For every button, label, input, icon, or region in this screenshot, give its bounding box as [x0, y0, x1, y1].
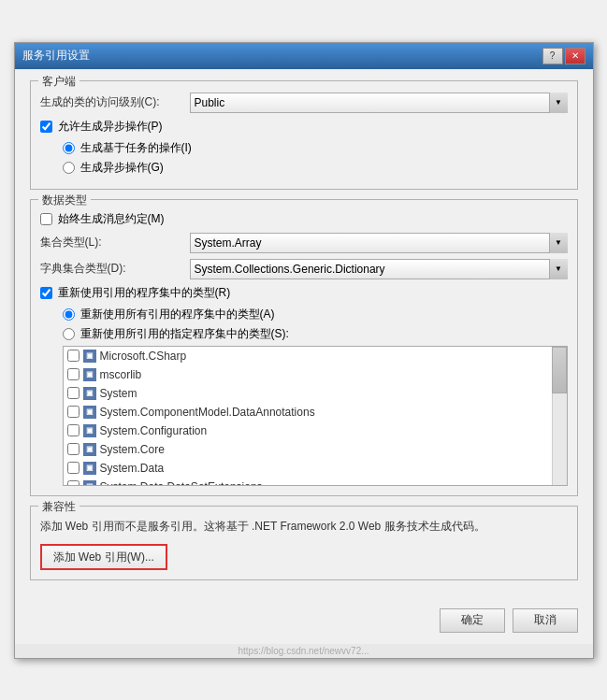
always-generate-row: 始终生成消息约定(M) — [40, 211, 568, 227]
reuse-all-label[interactable]: 重新使用所有引用的程序集中的类型(A) — [80, 307, 275, 322]
allow-async-checkbox[interactable] — [40, 121, 52, 133]
assembly-checkbox[interactable] — [67, 368, 79, 380]
watermark: https://blog.csdn.net/newvv72... — [15, 644, 593, 658]
dialog-window: 服务引用设置 ? ✕ 客户端 生成的类的访问级别(C): Public Inte… — [14, 42, 594, 659]
assembly-name: System — [100, 387, 137, 400]
list-item: ▣ System.Configuration — [64, 421, 567, 440]
ok-button[interactable]: 确定 — [440, 608, 505, 633]
list-item: ▣ System.Core — [64, 440, 567, 459]
dict-collection-select-wrapper: System.Collections.Generic.Dictionary ▼ — [190, 259, 568, 279]
cancel-button[interactable]: 取消 — [513, 608, 578, 633]
assembly-checkbox[interactable] — [67, 350, 79, 362]
reuse-checkbox[interactable] — [40, 287, 52, 299]
assembly-icon: ▣ — [83, 480, 96, 486]
dict-collection-label: 字典集合类型(D): — [40, 261, 190, 277]
dict-collection-row: 字典集合类型(D): System.Collections.Generic.Di… — [40, 259, 568, 279]
always-generate-checkbox[interactable] — [40, 213, 52, 225]
assembly-checkbox[interactable] — [67, 443, 79, 455]
data-types-content: 始终生成消息约定(M) 集合类型(L): System.Array System… — [40, 211, 568, 486]
data-types-section: 数据类型 始终生成消息约定(M) 集合类型(L): System.Array S… — [30, 199, 578, 496]
reuse-all-row: 重新使用所有引用的程序集中的类型(A) — [63, 307, 568, 322]
reuse-specified-row: 重新使用所引用的指定程序集中的类型(S): — [63, 326, 568, 342]
access-level-row: 生成的类的访问级别(C): Public Internal ▼ — [40, 93, 568, 113]
compat-text: 添加 Web 引用而不是服务引用。这将基于 .NET Framework 2.0… — [40, 518, 568, 535]
compat-content: 添加 Web 引用而不是服务引用。这将基于 .NET Framework 2.0… — [40, 518, 568, 570]
assembly-name: System.Core — [100, 443, 165, 456]
assembly-name: System.Data.DataSetExtensions — [100, 480, 263, 486]
gen-task-label[interactable]: 生成基于任务的操作(I) — [80, 140, 192, 156]
reuse-row: 重新使用引用的程序集中的类型(R) — [40, 285, 568, 301]
access-level-select-wrapper: Public Internal ▼ — [190, 93, 568, 113]
assembly-name: System.Configuration — [100, 424, 208, 437]
reuse-label[interactable]: 重新使用引用的程序集中的类型(R) — [58, 285, 231, 301]
list-item: ▣ System.Data — [64, 459, 567, 478]
allow-async-label[interactable]: 允许生成异步操作(P) — [58, 119, 163, 135]
assembly-checkbox[interactable] — [67, 480, 79, 486]
collection-type-select[interactable]: System.Array System.Collections.Generic.… — [190, 233, 568, 253]
assembly-checkbox[interactable] — [67, 387, 79, 399]
list-item: ▣ System.ComponentModel.DataAnnotations — [64, 403, 567, 421]
always-generate-label[interactable]: 始终生成消息约定(M) — [58, 211, 165, 227]
gen-task-row: 生成基于任务的操作(I) — [63, 140, 568, 156]
assembly-name: System.Data — [100, 462, 165, 475]
assembly-name: Microsoft.CSharp — [100, 350, 187, 363]
list-item: ▣ System — [64, 384, 567, 403]
add-web-button[interactable]: 添加 Web 引用(W)... — [40, 544, 167, 570]
scrollbar-thumb[interactable] — [552, 347, 567, 393]
list-item: ▣ mscorlib — [64, 365, 567, 384]
gen-async-label[interactable]: 生成异步操作(G) — [80, 160, 164, 176]
reuse-specified-radio[interactable] — [63, 328, 75, 340]
assembly-checkbox[interactable] — [67, 424, 79, 436]
data-types-section-title: 数据类型 — [38, 193, 91, 208]
assembly-name: System.ComponentModel.DataAnnotations — [100, 406, 315, 419]
bottom-buttons: 确定 取消 — [15, 601, 593, 644]
assembly-icon: ▣ — [83, 406, 96, 419]
assembly-icon: ▣ — [83, 368, 96, 381]
assembly-name: mscorlib — [100, 368, 142, 381]
gen-async-radio[interactable] — [63, 162, 75, 174]
dialog-title: 服务引用设置 — [22, 48, 90, 64]
compat-section-title: 兼容性 — [38, 499, 79, 515]
titlebar-controls: ? ✕ — [542, 48, 585, 64]
assembly-checkbox[interactable] — [67, 406, 79, 418]
client-section-title: 客户端 — [38, 74, 79, 90]
access-level-select[interactable]: Public Internal — [190, 93, 568, 113]
close-button[interactable]: ✕ — [565, 48, 585, 64]
help-button[interactable]: ? — [542, 48, 563, 64]
compat-section: 兼容性 添加 Web 引用而不是服务引用。这将基于 .NET Framework… — [30, 506, 578, 580]
assembly-checkbox[interactable] — [67, 462, 79, 474]
dialog-body: 客户端 生成的类的访问级别(C): Public Internal ▼ 允许生成… — [15, 69, 593, 601]
assembly-icon: ▣ — [83, 387, 96, 400]
dict-collection-select[interactable]: System.Collections.Generic.Dictionary — [190, 259, 568, 279]
assembly-icon: ▣ — [83, 424, 96, 437]
reuse-all-radio[interactable] — [63, 308, 75, 321]
assembly-icon: ▣ — [83, 443, 96, 456]
assembly-icon: ▣ — [83, 462, 96, 475]
client-section: 客户端 生成的类的访问级别(C): Public Internal ▼ 允许生成… — [30, 80, 578, 190]
access-level-label: 生成的类的访问级别(C): — [40, 94, 190, 110]
assembly-list[interactable]: ▣ Microsoft.CSharp ▣ mscorlib ▣ System ▣… — [63, 346, 568, 486]
collection-type-select-wrapper: System.Array System.Collections.Generic.… — [190, 233, 568, 253]
collection-type-label: 集合类型(L): — [40, 235, 190, 250]
client-section-content: 生成的类的访问级别(C): Public Internal ▼ 允许生成异步操作… — [40, 93, 568, 176]
titlebar: 服务引用设置 ? ✕ — [15, 43, 593, 69]
allow-async-row: 允许生成异步操作(P) — [40, 119, 568, 135]
gen-async-row: 生成异步操作(G) — [63, 160, 568, 176]
reuse-specified-label[interactable]: 重新使用所引用的指定程序集中的类型(S): — [80, 326, 289, 342]
list-item: ▣ System.Data.DataSetExtensions — [64, 478, 567, 486]
scrollbar-track[interactable] — [552, 347, 567, 485]
list-item: ▣ Microsoft.CSharp — [64, 347, 567, 365]
gen-task-radio[interactable] — [63, 142, 75, 154]
collection-type-row: 集合类型(L): System.Array System.Collections… — [40, 233, 568, 253]
assembly-icon: ▣ — [83, 350, 96, 363]
